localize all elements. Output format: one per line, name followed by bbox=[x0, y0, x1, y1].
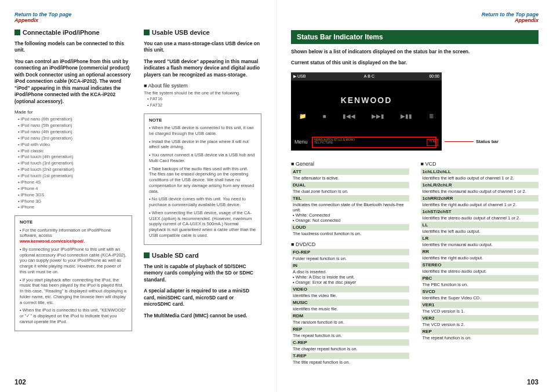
status-intro: Shown below is a list of indicators disp… bbox=[291, 49, 539, 55]
ss-statusbar-highlight: NEWS AUTO1 ST LO.S MONO TEL PICTURE bbox=[312, 137, 436, 148]
def-term: STEREO bbox=[421, 262, 539, 268]
sec-general: General bbox=[291, 161, 409, 167]
def-row: T-REPThe title repeat function is on. bbox=[291, 353, 409, 365]
note-item: If you start playback after connecting t… bbox=[20, 277, 127, 306]
model-item: iPhone bbox=[18, 204, 132, 211]
head-sd: Usable SD card bbox=[144, 252, 261, 259]
def-row: C-REPThe chapter repeat function is on. bbox=[291, 339, 409, 352]
return-link[interactable]: Return to the Top page bbox=[14, 12, 71, 17]
def-row: MUSICIdentifies the music file. bbox=[291, 299, 409, 312]
sec-vcd: VCD bbox=[421, 161, 539, 167]
def-row: VER2The VCD version is 2. bbox=[421, 315, 539, 328]
note-item: For the conformity information on iPod/i… bbox=[20, 228, 127, 244]
page-num-102: 102 bbox=[14, 378, 26, 386]
def-row: FO-REPFolder repeat function is on. bbox=[291, 249, 409, 262]
sub-filesystem: About file system bbox=[144, 83, 261, 89]
col-ipod: Connectable iPod/iPhone The following mo… bbox=[14, 29, 132, 331]
def-term: MUSIC bbox=[291, 299, 409, 306]
head-sd-text: Usable SD card bbox=[152, 252, 199, 259]
sec-dvd: DVD/CD bbox=[291, 241, 409, 247]
def-term: 1chST/2chST bbox=[421, 208, 539, 215]
defs-col2: VCD 1chLL/2chLLIdentifies the left audio… bbox=[421, 156, 539, 366]
model-list: iPod nano (6th generation)iPod nano (5th… bbox=[18, 116, 132, 211]
def-term: REP bbox=[291, 326, 409, 332]
def-term: SVCD bbox=[421, 288, 539, 295]
def-row: RRIdentifies the right audio output. bbox=[421, 248, 539, 261]
usb-desc1: You can use a mass-storage-class USB dev… bbox=[144, 41, 261, 54]
def-desc: The PBC function is on. bbox=[421, 281, 539, 288]
def-desc: Folder repeat function is on. bbox=[291, 255, 409, 262]
def-row: SVCDIdentifies the Super Video CD. bbox=[421, 288, 539, 301]
def-row: RDMThe random function is on. bbox=[291, 313, 409, 325]
def-term: LOUD bbox=[291, 224, 409, 230]
kenwood-link[interactable]: www.kenwood.com/cs/ce/ipod/. bbox=[20, 239, 127, 244]
ss-menu: Menu bbox=[294, 139, 308, 145]
model-item: iPhone 4 bbox=[18, 186, 132, 192]
note-item: By connecting your iPod/iPhone to this u… bbox=[20, 247, 127, 275]
note-box-usb: NOTE When the USB device is connected to… bbox=[144, 113, 261, 245]
def-desc: Identifies the video file. bbox=[291, 292, 409, 299]
note-item: No USB device comes with this unit. You … bbox=[149, 196, 256, 208]
def-row: ATTThe attenuator is active. bbox=[291, 168, 409, 181]
model-item: iPod touch (2nd generation) bbox=[18, 167, 132, 173]
def-row: STEREOIdentifies the stereo audio output… bbox=[421, 262, 539, 274]
def-desc: The VCD version is 2. bbox=[421, 321, 539, 328]
usb-desc1b: The word "USB device" appearing in this … bbox=[144, 58, 261, 78]
fs-item: FAT32 bbox=[147, 102, 261, 109]
model-item: iPhone 3GS bbox=[18, 192, 132, 199]
def-term: TEL bbox=[291, 195, 409, 202]
appendix-link[interactable]: Appendix bbox=[291, 17, 539, 23]
def-row: 1chST/2chSTIdentifies the stereo audio o… bbox=[421, 208, 539, 221]
play-icon: ▶▮▮ bbox=[401, 113, 412, 119]
head-ipod-text: Connectable iPod/iPhone bbox=[23, 29, 100, 36]
def-term: 1chLL/2chLL bbox=[421, 168, 539, 175]
ss-time: 00:00 bbox=[429, 74, 439, 78]
def-term: PBC bbox=[421, 275, 539, 281]
appendix-link[interactable]: Appendix bbox=[14, 17, 261, 23]
fs-item: FAT16 bbox=[147, 96, 261, 102]
note-title-usb: NOTE bbox=[149, 118, 256, 123]
def-row: VER1The VCD version is 1. bbox=[421, 302, 539, 314]
note-item: When connecting the USB device, usage of… bbox=[149, 210, 256, 239]
fs-desc: The file system should be the one of the… bbox=[144, 90, 261, 96]
def-term: C-REP bbox=[291, 339, 409, 346]
note-item: Take backups of the audio files used wit… bbox=[149, 166, 256, 195]
def-desc: Identifies the stereo audio output of ch… bbox=[421, 215, 539, 221]
top-link-left[interactable]: Return to the Top page Appendix bbox=[14, 12, 261, 23]
ss-controls: 📁 ■ ▮◀◀ ▶▶▮ ▶▮▮ ≣ bbox=[291, 113, 442, 119]
callout-statusbar: Status bar bbox=[445, 139, 499, 144]
def-term: VER1 bbox=[421, 302, 539, 308]
model-item: iPhone 3G bbox=[18, 199, 132, 205]
ipod-intro: The following models can be connected to… bbox=[14, 41, 132, 54]
def-desc: Identifies the monaural audio output of … bbox=[421, 188, 539, 195]
def-term: T-REP bbox=[291, 353, 409, 359]
list-icon: ≣ bbox=[429, 113, 434, 119]
return-link[interactable]: Return to the Top page bbox=[482, 12, 539, 17]
def-desc: The VCD version is 1. bbox=[421, 308, 539, 314]
model-item: iPod nano (5th generation) bbox=[18, 123, 132, 129]
def-term: VER2 bbox=[421, 315, 539, 321]
note-item: When the iPod is connected to this unit,… bbox=[20, 307, 127, 324]
def-desc: Identifies the Super Video CD. bbox=[421, 295, 539, 301]
def-desc: Identifies the left audio output. bbox=[421, 228, 539, 235]
status-title: Status Bar Indicator Items bbox=[291, 30, 539, 44]
note-title: NOTE bbox=[20, 219, 127, 225]
page-103: Return to the Top page Appendix Status B… bbox=[276, 0, 553, 392]
prev-icon: ▮◀◀ bbox=[343, 113, 355, 119]
model-item: iPod nano (6th generation) bbox=[18, 116, 132, 123]
def-desc: Identifies the right audio output. bbox=[421, 255, 539, 261]
def-term: 1chRR/2chRR bbox=[421, 195, 539, 202]
def-row: LRIdentifies the monaural audio output. bbox=[421, 235, 539, 248]
ipod-desc: You can control an iPod/iPhone from this… bbox=[14, 58, 132, 105]
def-desc: The title repeat function is on. bbox=[291, 359, 409, 365]
square-icon bbox=[14, 30, 20, 35]
def-term: DUAL bbox=[291, 182, 409, 188]
def-term: LR bbox=[421, 235, 539, 241]
def-term: IN bbox=[291, 262, 409, 269]
top-link-right[interactable]: Return to the Top page Appendix bbox=[291, 12, 539, 23]
def-row: 1chRR/2chRRIdentifies the right audio ou… bbox=[421, 195, 539, 208]
sd2: A special adapter is required to use a m… bbox=[144, 288, 261, 307]
ss-usb: ▶ USB bbox=[293, 74, 305, 79]
def-desc: The chapter repeat function is on. bbox=[291, 346, 409, 352]
model-item: iPod touch (4th generation) bbox=[18, 154, 132, 160]
